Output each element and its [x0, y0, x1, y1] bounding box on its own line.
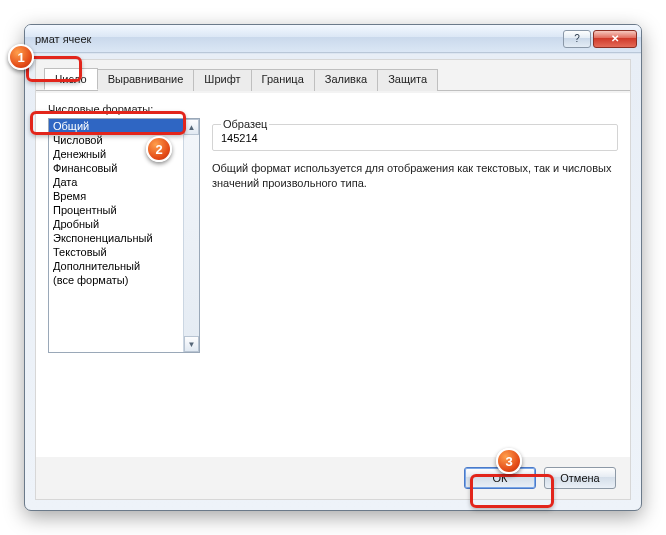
ok-button[interactable]: ОК — [464, 467, 536, 489]
list-item[interactable]: (все форматы) — [49, 273, 183, 287]
tab-alignment[interactable]: Выравнивание — [97, 69, 195, 91]
scroll-up-button[interactable]: ▲ — [184, 119, 199, 135]
client-area: Число Выравнивание Шрифт Граница Заливка… — [35, 59, 631, 500]
tab-font[interactable]: Шрифт — [193, 69, 251, 91]
dialog-window: рмат ячеек ? ✕ Число Выравнивание Шрифт … — [24, 24, 642, 511]
list-item[interactable]: Процентный — [49, 203, 183, 217]
list-item[interactable]: Дополнительный — [49, 259, 183, 273]
formats-label: Числовые форматы: — [48, 103, 618, 115]
list-item[interactable]: Текстовый — [49, 245, 183, 259]
sample-groupbox: Образец 145214 — [212, 118, 618, 151]
tab-protection[interactable]: Защита — [377, 69, 438, 91]
list-item[interactable]: Время — [49, 189, 183, 203]
sample-value: 145214 — [221, 132, 609, 144]
chevron-down-icon: ▼ — [188, 340, 196, 349]
list-item[interactable]: Числовой — [49, 133, 183, 147]
cancel-button[interactable]: Отмена — [544, 467, 616, 489]
tabstrip: Число Выравнивание Шрифт Граница Заливка… — [36, 60, 630, 91]
list-item[interactable]: Финансовый — [49, 161, 183, 175]
tab-number[interactable]: Число — [44, 68, 98, 90]
help-button[interactable]: ? — [563, 30, 591, 48]
list-item[interactable]: Общий — [49, 119, 183, 133]
sample-label: Образец — [221, 118, 269, 130]
dialog-buttons: ОК Отмена — [464, 467, 616, 489]
list-item[interactable]: Денежный — [49, 147, 183, 161]
titlebar[interactable]: рмат ячеек ? ✕ — [25, 25, 641, 53]
list-item[interactable]: Экспоненциальный — [49, 231, 183, 245]
list-item[interactable]: Дробный — [49, 217, 183, 231]
format-description: Общий формат используется для отображени… — [212, 161, 618, 191]
tab-fill[interactable]: Заливка — [314, 69, 378, 91]
formats-listbox[interactable]: Общий Числовой Денежный Финансовый Дата … — [48, 118, 200, 353]
window-buttons: ? ✕ — [563, 30, 637, 48]
close-button[interactable]: ✕ — [593, 30, 637, 48]
chevron-up-icon: ▲ — [188, 123, 196, 132]
close-icon: ✕ — [611, 33, 619, 44]
list-item[interactable]: Дата — [49, 175, 183, 189]
tab-page-number: Числовые форматы: Общий Числовой Денежны… — [36, 93, 630, 457]
tab-border[interactable]: Граница — [251, 69, 315, 91]
window-title: рмат ячеек — [35, 33, 563, 45]
scrollbar[interactable]: ▲ ▼ — [183, 119, 199, 352]
scroll-down-button[interactable]: ▼ — [184, 336, 199, 352]
